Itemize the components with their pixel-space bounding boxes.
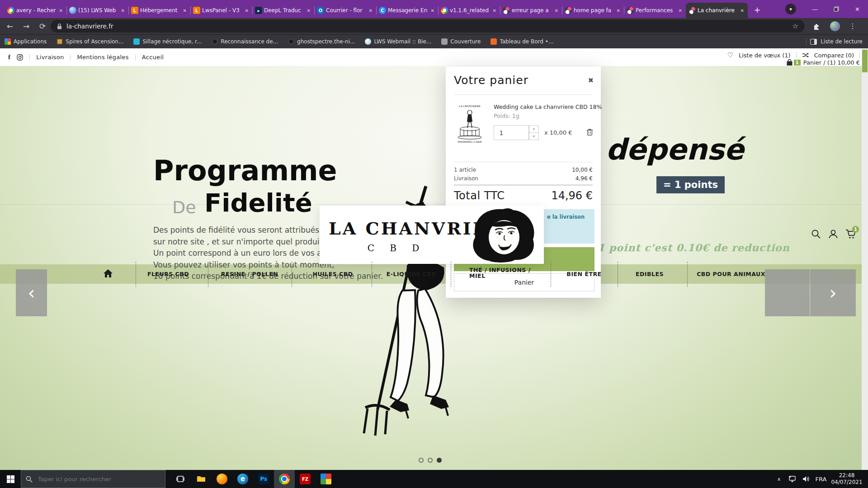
carousel-dot[interactable] [419, 458, 424, 463]
carousel-dot-active[interactable] [437, 458, 442, 463]
topbar-link-livraison[interactable]: Livraison [36, 54, 64, 61]
scrollbar-thumb[interactable] [862, 50, 868, 72]
search-icon[interactable] [811, 229, 821, 239]
bookmark-label: Spires of Ascension... [66, 38, 123, 45]
browser-tab[interactable]: avery - Recher✕ [5, 3, 66, 18]
carousel-dot[interactable] [428, 458, 433, 463]
tab-label: LwsPanel - V3 [202, 7, 242, 14]
nav-item-fleurs-cbd[interactable]: FLEURS CBD [147, 271, 189, 277]
browser-tab[interactable]: ▸DeepL Traduc✕ [252, 3, 314, 18]
tab-close-icon[interactable]: ✕ [430, 8, 435, 13]
bookmark-item[interactable]: ghostspectre.the-ni... [288, 38, 355, 45]
address-bar[interactable]: la-chanvriere.fr ☆ [51, 20, 805, 33]
reading-list[interactable]: Liste de lecture [806, 35, 863, 48]
bookmark-item[interactable]: Couverture [441, 38, 481, 45]
browser-tab[interactable]: v1.1.6_related✕ [438, 3, 500, 18]
browser-tab[interactable]: OCourrier - flor✕ [314, 3, 376, 18]
forward-icon[interactable]: → [20, 20, 33, 33]
tab-close-icon[interactable]: ✕ [306, 8, 311, 13]
back-icon[interactable]: ← [4, 20, 16, 33]
topbar-cart[interactable]: 1 Panier / (1) 10,00 € [786, 59, 860, 66]
quantity-input[interactable] [494, 125, 529, 140]
tab-close-icon[interactable]: ✕ [182, 8, 188, 13]
bookmark-item[interactable]: LWS Webmail :: Bie... [365, 38, 431, 45]
carousel-next-button[interactable]: › [810, 269, 856, 316]
tab-close-icon[interactable]: ✕ [244, 8, 250, 13]
profile-avatar[interactable] [830, 21, 840, 31]
taskbar-search-input[interactable] [37, 475, 152, 483]
tab-close-icon[interactable]: ✕ [554, 8, 559, 13]
nav-label-line: MIEL [469, 273, 531, 279]
tab-close-icon[interactable]: ✕ [678, 8, 683, 13]
extensions-puzzle-icon[interactable] [813, 22, 821, 30]
browser-tab[interactable]: LHébergement✕ [128, 3, 190, 18]
language-indicator[interactable]: FRA [813, 470, 829, 488]
bookmark-item[interactable]: Reconnaissance de... [212, 38, 278, 45]
quantity-stepper[interactable]: ∧ ∨ [529, 125, 539, 140]
nav-item-huiles-cbd[interactable]: HUILES CBD [312, 271, 353, 277]
start-button[interactable] [0, 470, 21, 488]
header-cart[interactable]: 1 [845, 229, 856, 241]
stepper-up-icon[interactable]: ∧ [529, 126, 538, 133]
screen: avery - Recher✕(15) LWS Web✕LHébergement… [0, 0, 868, 488]
task-view-taskbar-button[interactable] [170, 470, 191, 488]
user-icon[interactable] [828, 229, 838, 239]
carousel-prev-button[interactable]: ‹ [16, 269, 47, 316]
popup-close-icon[interactable]: ✖ [588, 76, 594, 84]
window-restore-button[interactable] [826, 0, 847, 18]
edge-taskbar-button[interactable]: e [232, 470, 253, 488]
tab-close-icon[interactable]: ✕ [740, 8, 745, 13]
bookmark-item[interactable]: Sillage nécrotique, r... [133, 38, 202, 45]
browser-tab[interactable]: Performances✕ [624, 3, 686, 18]
tab-close-icon[interactable]: ✕ [616, 8, 621, 13]
window-close-button[interactable]: ✕ [847, 0, 868, 18]
tab-close-icon[interactable]: ✕ [368, 8, 373, 13]
tab-close-icon[interactable]: ✕ [120, 8, 126, 13]
photoshop-taskbar-button[interactable]: Ps [253, 470, 274, 488]
nav-item-cbd-pour-animaux[interactable]: CBD POUR ANIMAUX [697, 271, 765, 277]
browser-tab[interactable]: (15) LWS Web✕ [66, 3, 128, 18]
bookmark-item[interactable]: Tableau de Bord •... [491, 38, 553, 45]
taskbar-search[interactable] [21, 470, 165, 488]
facebook-icon[interactable]: f [8, 53, 10, 61]
network-icon[interactable] [786, 470, 799, 488]
topbar-link-mentions[interactable]: Mentions légales [77, 54, 128, 61]
nav-item-bien-tre[interactable]: BIEN ÊTRE [566, 271, 601, 277]
nav-item-th-infusions-miel[interactable]: THÉ / INFUSIONS /MIEL [469, 267, 531, 279]
page-scrollbar[interactable] [862, 48, 868, 470]
clock[interactable]: 22:48 04/07/2021 [829, 472, 864, 486]
topbar-link-accueil[interactable]: Accueil [142, 54, 164, 61]
stepper-down-icon[interactable]: ∨ [529, 133, 538, 140]
volume-icon[interactable] [799, 470, 813, 488]
file-explorer-taskbar-button[interactable] [191, 470, 212, 488]
firefox-taskbar-button[interactable] [212, 470, 232, 488]
nav-item-resine-pollen[interactable]: RESINE / POLLEN [221, 271, 278, 277]
chrome-taskbar-button[interactable] [274, 470, 295, 488]
browser-tab[interactable]: LLwsPanel - V3✕ [190, 3, 252, 18]
tray-chevron-icon[interactable]: ∧ [772, 470, 786, 488]
tab-close-icon[interactable]: ✕ [492, 8, 497, 13]
tab-close-icon[interactable]: ✕ [58, 8, 64, 13]
browser-tab[interactable]: La chanvrière✕ [686, 3, 748, 18]
bookmark-star-icon[interactable]: ☆ [793, 22, 798, 30]
nav-item-e-liquide-cbd[interactable]: E-LIQUIDE CBD [387, 271, 437, 277]
wishlist-link[interactable]: Liste de vœux (1) [739, 52, 791, 59]
browser-tab[interactable]: CMessagerie En✕ [376, 3, 438, 18]
bookmark-item[interactable]: Applications [5, 38, 47, 45]
browser-tab[interactable]: erreur page a✕ [500, 3, 562, 18]
new-tab-button[interactable]: + [751, 4, 763, 15]
site-logo: LA CHANVRIERE C B D [320, 206, 544, 264]
instagram-icon[interactable] [17, 54, 23, 61]
bookmark-item[interactable]: Spires of Ascension... [57, 38, 123, 45]
window-minimize-button[interactable]: — [804, 0, 826, 18]
tab-search-chevron-icon[interactable]: ▾ [785, 4, 796, 14]
browser-menu-icon[interactable]: ⋮ [846, 20, 859, 33]
tiles-taskbar-button[interactable] [316, 470, 336, 488]
browser-tab[interactable]: home page fa✕ [562, 3, 624, 18]
reload-icon[interactable]: ⟳ [36, 20, 49, 33]
nav-item-edibles[interactable]: EDIBLES [636, 271, 664, 277]
compare-link[interactable]: Comparez (0) [814, 52, 854, 59]
home-icon[interactable] [104, 269, 113, 277]
trash-icon[interactable] [587, 128, 593, 136]
filezilla-taskbar-button[interactable]: FZ [295, 470, 316, 488]
